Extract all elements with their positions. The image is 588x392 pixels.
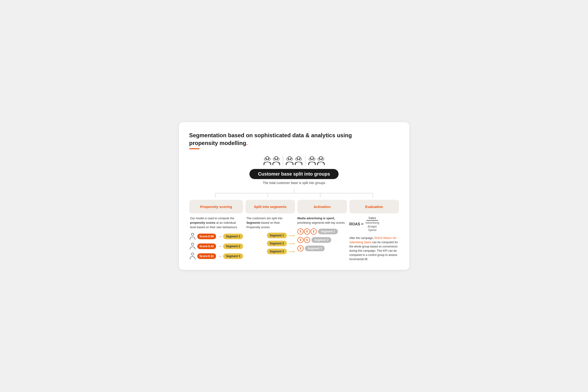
split-seg-3: Segment 3 xyxy=(267,249,287,254)
act-seg-3: Segment 3 xyxy=(305,246,325,251)
seg-block-3: $ Segment 3 xyxy=(297,245,347,252)
score-row-3: Score:0.31 → Segment 3 xyxy=(189,252,243,260)
activation-body: Media advertising is spent, prioritising… xyxy=(297,216,347,225)
propensity-header: Propensity scoring xyxy=(189,200,243,214)
people-separator xyxy=(305,155,305,166)
roas-denominator: AdvertisingBudgetSpend xyxy=(365,221,379,232)
evaluation-body: After the campaign, ROAS Return On Adver… xyxy=(349,236,399,261)
roas-orange-text: ROAS Return On Advertising Spent xyxy=(349,236,396,244)
act-seg-1: Segment 1 xyxy=(318,229,338,234)
roas-numerator: Sales xyxy=(366,216,378,221)
split-seg-2: Segment 2 xyxy=(267,241,287,246)
person-small-icon xyxy=(189,252,196,260)
columns-grid: Propensity scoring Our model is used to … xyxy=(189,200,399,261)
segment-pill-3: Segment 3 xyxy=(223,253,243,259)
dollar-circles-2: $ $ xyxy=(297,237,310,243)
segment-blocks: $ $ $ Segment 1 $ $ Segment 2 xyxy=(297,228,347,252)
branch-lines xyxy=(189,189,399,198)
roas-label: ROAS = xyxy=(349,222,363,226)
col-propensity: Propensity scoring Our model is used to … xyxy=(189,200,243,261)
score-badge-1: Score:0.99 xyxy=(197,234,216,239)
segment-pill-2: Segment 2 xyxy=(223,244,243,249)
person-icon xyxy=(294,156,303,166)
person-icon xyxy=(317,156,325,166)
people-group-1 xyxy=(263,156,280,166)
split-seg-1: Segment 1 xyxy=(267,233,287,238)
yellow-arrow-3: ⟶ xyxy=(288,249,295,254)
main-card: Segmentation based on sophisticated data… xyxy=(179,122,409,270)
person-icon xyxy=(272,156,280,166)
people-group-3 xyxy=(308,156,325,166)
activation-header: Activation xyxy=(297,200,347,214)
person-small-icon xyxy=(189,233,196,240)
seg-arrow-area: Segment 1 ⟶ Segment 2 ⟶ Segment 3 ⟶ xyxy=(245,233,295,254)
evaluation-header: Evaluation xyxy=(349,200,399,214)
roas-section: ROAS = Sales AdvertisingBudgetSpend xyxy=(349,216,399,234)
customer-base-pill: Customer base split into groups xyxy=(249,169,339,179)
col-activation: Activation Media advertising is spent, p… xyxy=(297,200,347,261)
person-small-icon xyxy=(189,242,196,250)
score-rows: Score:0.99 → Segment 1 Score:0.43 → Segm… xyxy=(189,233,243,260)
dollar-circles-1: $ $ $ xyxy=(297,228,317,234)
people-separator xyxy=(283,155,283,166)
people-group-2 xyxy=(285,156,303,166)
split-header: Split into segments xyxy=(245,200,295,214)
dollar-circle: $ xyxy=(297,245,304,252)
score-row-2: Score:0.43 → Segment 2 xyxy=(189,242,243,250)
roas-fraction: Sales AdvertisingBudgetSpend xyxy=(365,216,379,232)
split-body: The customers are split into Segments ba… xyxy=(245,216,295,229)
top-section: Customer base split into groups The tota… xyxy=(189,155,399,198)
person-icon xyxy=(308,156,316,166)
people-icons xyxy=(263,155,325,166)
propensity-body: Our model is used to compute the propens… xyxy=(189,216,243,229)
seg-block-1: $ $ $ Segment 1 xyxy=(297,228,347,234)
act-seg-2: Segment 2 xyxy=(312,237,331,243)
title-underline xyxy=(189,148,200,149)
yellow-arrow-1: ⟶ xyxy=(288,233,295,238)
person-icon xyxy=(285,156,294,166)
customer-base-subtitle: The total customer base is split into gr… xyxy=(263,181,325,185)
col-split: Split into segments The customers are sp… xyxy=(245,200,295,261)
arrow-icon-1: → xyxy=(218,234,222,239)
arrow-icon-3: → xyxy=(218,254,222,259)
segment-pill-1: Segment 1 xyxy=(223,234,243,239)
svg-point-26 xyxy=(191,253,194,255)
seg-block-2: $ $ Segment 2 xyxy=(297,237,347,243)
main-title: Segmentation based on sophisticated data… xyxy=(189,132,399,147)
activation-bold: Media advertising is spent, xyxy=(297,217,335,220)
score-badge-3: Score:0.31 xyxy=(197,253,216,259)
col-evaluation: Evaluation ROAS = Sales AdvertisingBudge… xyxy=(349,200,399,261)
yellow-arrow-2: ⟶ xyxy=(288,241,295,246)
dollar-circle: $ xyxy=(304,237,310,243)
roas-formula: ROAS = Sales AdvertisingBudgetSpend xyxy=(349,216,399,232)
split-bold: Segments xyxy=(246,221,261,224)
propensity-bold: propensity scores xyxy=(190,221,216,224)
arrow-icon-2: → xyxy=(218,244,222,249)
person-icon xyxy=(263,156,272,166)
dollar-circle: $ xyxy=(297,237,304,243)
dollar-circle: $ xyxy=(297,228,304,234)
svg-point-24 xyxy=(191,233,194,236)
svg-point-25 xyxy=(191,243,194,245)
dollar-circle: $ xyxy=(304,228,310,234)
dollar-circles-3: $ xyxy=(297,245,304,252)
score-row-1: Score:0.99 → Segment 1 xyxy=(189,233,243,240)
score-badge-2: Score:0.43 xyxy=(197,244,216,249)
dollar-circle: $ xyxy=(311,228,317,234)
